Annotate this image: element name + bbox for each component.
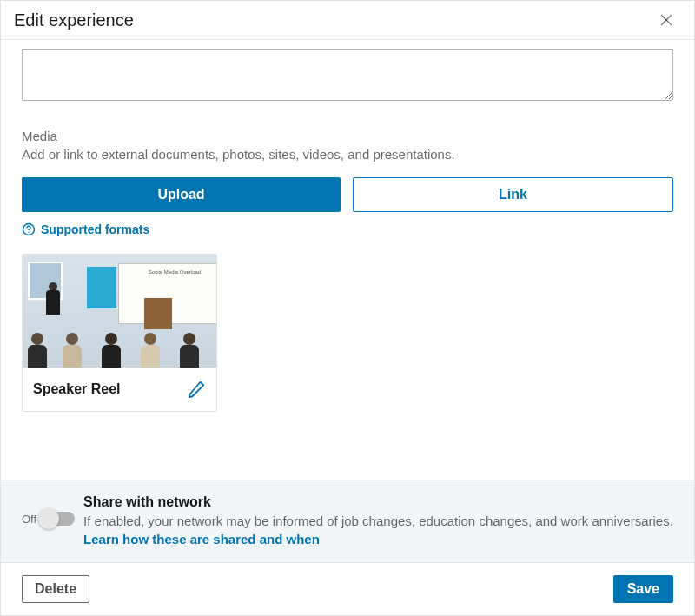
edit-experience-modal: Edit experience Media Add or link to ext… <box>0 0 695 616</box>
supported-formats-link[interactable]: Supported formats <box>22 222 149 236</box>
media-helper-text: Add or link to external documents, photo… <box>22 147 673 162</box>
pencil-icon[interactable] <box>187 380 206 399</box>
upload-button[interactable]: Upload <box>22 177 341 212</box>
media-thumbnail[interactable]: Social Media Overload <box>23 255 216 368</box>
svg-point-3 <box>28 232 29 233</box>
media-buttons: Upload Link <box>22 177 673 212</box>
modal-body: Media Add or link to external documents,… <box>1 40 694 480</box>
link-button[interactable]: Link <box>353 177 673 212</box>
learn-more-link[interactable]: Learn how these are shared and when <box>83 532 320 546</box>
share-text-block: Share with network If enabled, your netw… <box>83 494 673 548</box>
share-description: If enabled, your network may be informed… <box>83 512 673 548</box>
description-textarea[interactable] <box>22 49 673 101</box>
media-card: Social Media Overload Speaker Reel <box>22 254 217 412</box>
supported-formats-label: Supported formats <box>41 222 149 236</box>
toggle-knob <box>38 508 59 529</box>
modal-footer: Delete Save <box>1 563 694 615</box>
modal-header: Edit experience <box>1 1 694 40</box>
media-section: Media Add or link to external documents,… <box>22 129 673 412</box>
media-card-title: Speaker Reel <box>33 381 121 397</box>
toggle-state-label: Off <box>22 513 36 526</box>
close-button[interactable] <box>656 10 677 30</box>
share-with-network-section: Off Share with network If enabled, your … <box>1 480 694 563</box>
help-icon <box>22 222 36 236</box>
share-description-text: If enabled, your network may be informed… <box>83 513 673 528</box>
share-title: Share with network <box>83 494 673 510</box>
media-card-footer: Speaker Reel <box>23 368 216 411</box>
modal-title: Edit experience <box>14 10 134 30</box>
media-label: Media <box>22 129 673 143</box>
delete-button[interactable]: Delete <box>22 575 89 603</box>
save-button[interactable]: Save <box>613 575 673 603</box>
share-toggle-wrap: Off <box>22 512 75 526</box>
close-icon <box>658 11 675 29</box>
share-toggle[interactable] <box>40 512 75 526</box>
